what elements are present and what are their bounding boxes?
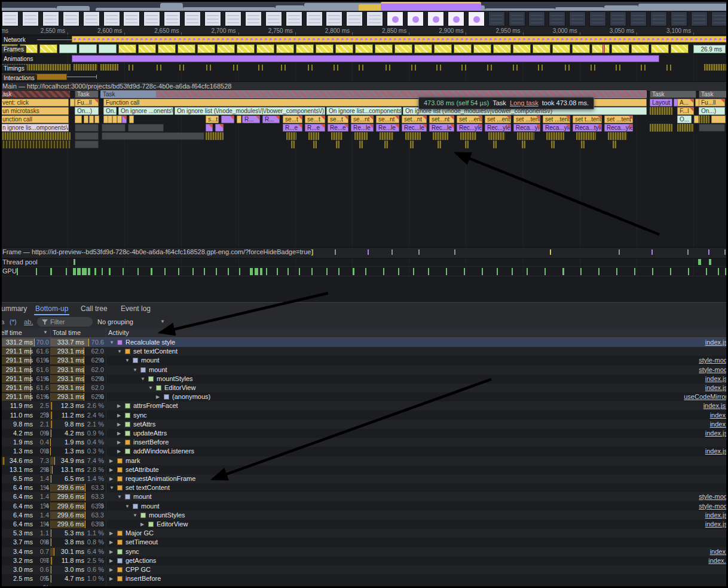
filmstrip-thumbnail[interactable]	[569, 11, 586, 26]
frame-block[interactable]	[197, 44, 215, 53]
flame-bar[interactable]: R...e	[305, 124, 325, 132]
filmstrip-thumbnail[interactable]	[427, 11, 444, 26]
flame-bar[interactable]: A...	[677, 99, 694, 106]
frame-block[interactable]	[59, 44, 77, 53]
flame-bar[interactable]: vent: click	[0, 99, 69, 106]
flame-bar[interactable]: R...	[262, 115, 280, 123]
gpu-label[interactable]: GPU	[2, 267, 17, 275]
flame-bar[interactable]: On...)	[699, 107, 725, 115]
flame-bar[interactable]: Rec...le	[429, 124, 454, 132]
tree-collapsed-icon[interactable]: ▶	[117, 420, 121, 429]
animations-track-bar[interactable]	[72, 55, 659, 62]
source-link[interactable]: index.js:	[703, 401, 727, 410]
source-link[interactable]: index.js	[705, 338, 727, 347]
flame-bar[interactable]	[117, 115, 122, 123]
animations-track-label[interactable]: Animations	[1, 55, 35, 63]
flame-bar[interactable]: Reca...tyle	[573, 124, 602, 132]
flame-bar[interactable]	[433, 132, 448, 140]
flame-bar[interactable]: Fu...ll	[699, 99, 725, 106]
tree-expanded-icon[interactable]: ▼	[140, 374, 145, 383]
flame-bar[interactable]	[694, 115, 699, 123]
filmstrip-thumbnail[interactable]	[245, 11, 262, 26]
flame-bar[interactable]	[488, 132, 505, 140]
table-row[interactable]: 291.1 ms61.6 %293.1 ms62.0 %▼mountstyle-…	[0, 365, 728, 374]
flame-bar[interactable]: Reca...yle	[604, 124, 633, 132]
flame-bar[interactable]	[94, 115, 99, 123]
flame-bar[interactable]	[313, 141, 317, 148]
flame-bar[interactable]	[102, 132, 204, 140]
frame-block[interactable]	[592, 44, 610, 53]
flame-bar[interactable]	[112, 115, 117, 123]
flame-bar[interactable]	[206, 124, 213, 132]
tree-collapsed-icon[interactable]: ▶	[156, 392, 160, 401]
filmstrip-thumbnail[interactable]	[448, 11, 464, 26]
flame-bar[interactable]	[493, 141, 497, 148]
table-row[interactable]: 11.0 ms2.3 %11.2 ms2.4 %▶syncindex.	[0, 411, 728, 420]
flame-bar[interactable]: se...t	[328, 115, 348, 123]
tree-collapsed-icon[interactable]: ▶	[117, 438, 121, 447]
filmstrip-thumbnail[interactable]	[286, 11, 302, 26]
source-link[interactable]: index.	[710, 547, 727, 556]
frame-block[interactable]	[513, 44, 531, 53]
flame-bar[interactable]	[711, 115, 726, 123]
table-row[interactable]: 5.3 ms1.1 %5.3 ms1.1 %▶Major GC	[0, 529, 728, 538]
table-row[interactable]: 291.1 ms61.6 %293.1 ms62.0 %▶(anonymous)…	[0, 392, 728, 401]
source-link[interactable]: index.js	[705, 374, 727, 383]
flame-bar[interactable]	[380, 132, 393, 140]
filmstrip-thumbnail[interactable]	[306, 11, 323, 26]
frames-track-label[interactable]: Frames	[1, 45, 26, 54]
tab-bottom-up[interactable]: Bottom-up	[34, 303, 69, 315]
flame-chart[interactable]: askTaskTaskTaskTaskvent: clickFu...llFun…	[0, 90, 728, 247]
flame-bar[interactable]	[102, 124, 126, 132]
source-link[interactable]: style-mod	[699, 502, 727, 511]
tree-collapsed-icon[interactable]: ▶	[109, 556, 113, 565]
flame-bar[interactable]	[206, 132, 224, 140]
table-row[interactable]: 291.1 ms61.6 %293.1 ms62.0 %▼mountstyle-…	[0, 356, 728, 365]
flame-bar[interactable]: ask	[0, 90, 71, 98]
table-row[interactable]: 11.9 ms2.5 %12.3 ms2.6 %▶attrsFromFaceti…	[0, 401, 728, 410]
flame-bar[interactable]	[613, 141, 616, 148]
tree-collapsed-icon[interactable]: ▶	[117, 401, 121, 410]
flame-bar[interactable]: Task	[75, 90, 99, 98]
source-link[interactable]: index.js	[705, 520, 727, 529]
source-link[interactable]: style-mod	[699, 492, 727, 501]
filmstrip-thumbnail[interactable]	[650, 11, 667, 26]
flame-bar[interactable]	[291, 141, 295, 148]
source-link[interactable]: index.	[710, 420, 727, 429]
filmstrip-thumbnail[interactable]	[509, 11, 525, 26]
tooltip-long-task-link[interactable]: Long task	[510, 99, 539, 106]
frame-block[interactable]	[118, 44, 136, 53]
flame-bar[interactable]	[608, 132, 627, 140]
table-row[interactable]: 291.1 ms61.6 %293.1 ms62.0 %▼EditorViewi…	[0, 383, 728, 392]
flame-bar[interactable]	[129, 115, 134, 123]
flame-bar[interactable]	[89, 115, 94, 123]
flame-bar[interactable]	[677, 124, 694, 132]
flame-bar[interactable]	[460, 132, 476, 140]
tree-collapsed-icon[interactable]: ▶	[109, 574, 113, 583]
flame-bar[interactable]: Task	[650, 90, 696, 98]
flame-bar[interactable]	[384, 141, 388, 148]
flame-bar[interactable]	[359, 141, 363, 148]
flame-bar[interactable]: set...nt	[402, 115, 427, 123]
tab-call-tree[interactable]: Call tree	[79, 303, 109, 315]
flame-bar[interactable]: se...t	[305, 115, 325, 123]
frame-block[interactable]	[671, 44, 689, 53]
table-row[interactable]: 13.1 ms2.8 %13.1 ms2.8 %▶setAttribute	[0, 465, 728, 474]
flame-bar[interactable]	[75, 141, 99, 148]
frame-block[interactable]	[316, 44, 334, 53]
tree-collapsed-icon[interactable]: ▶	[109, 538, 113, 547]
frame-duration-badge[interactable]: 26.9 ms	[693, 45, 726, 53]
source-link[interactable]: style-mod	[699, 356, 727, 365]
table-row[interactable]: 3.0 ms0.6 %3.0 ms0.6 %▶CPP GC	[0, 565, 728, 574]
filmstrip-thumbnail[interactable]	[22, 11, 39, 26]
tab-summary[interactable]: Summary	[0, 303, 28, 315]
frame-block[interactable]	[237, 44, 255, 53]
dropped-frame-block[interactable]	[602, 44, 605, 53]
flame-bar[interactable]: un microtasks	[0, 107, 69, 115]
flame-bar[interactable]	[286, 132, 296, 140]
filmstrip-thumbnail[interactable]	[204, 11, 221, 26]
header-activity[interactable]: Activity	[108, 328, 129, 337]
flame-bar[interactable]	[699, 115, 709, 123]
flame-bar[interactable]	[237, 115, 241, 123]
flame-bar[interactable]: Rec...yle	[457, 124, 482, 132]
